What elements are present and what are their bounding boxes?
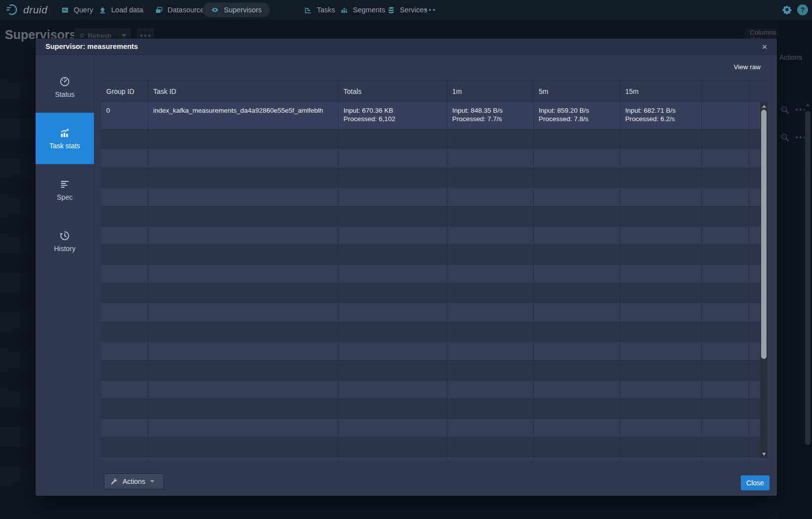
table-row-empty — [101, 149, 768, 168]
console-icon — [61, 6, 69, 14]
wrench-icon — [110, 477, 118, 485]
nav-item-supervisors[interactable]: Supervisors — [203, 2, 270, 17]
cell-empty — [702, 149, 749, 168]
table-row-empty — [101, 322, 768, 342]
cell-empty — [148, 168, 339, 187]
nav-item-datasources[interactable]: Datasources — [155, 0, 208, 20]
cell-empty — [447, 264, 534, 283]
cell-empty — [620, 361, 702, 380]
nav-label: Datasources — [168, 6, 208, 14]
actions-label: Actions — [123, 477, 145, 485]
cell-empty — [702, 245, 749, 264]
cell-empty — [101, 342, 148, 360]
top-nav: druid Query Load data Datasources — [0, 0, 812, 20]
cell-1m: Input: 848.35 B/s Processed: 7.7/s — [447, 102, 534, 129]
cell-empty — [339, 457, 447, 460]
cell-empty — [702, 187, 749, 206]
table-row-empty — [101, 130, 768, 149]
tab-label: Status — [55, 90, 75, 98]
cell-empty — [101, 303, 148, 322]
cell-empty — [447, 419, 534, 437]
cell-empty — [620, 226, 702, 245]
nav-item-tasks[interactable]: Tasks — [304, 0, 335, 20]
cell-empty — [620, 457, 702, 460]
tab-status[interactable]: Status — [36, 61, 94, 113]
close-icon[interactable]: × — [758, 41, 771, 53]
cell-empty — [620, 264, 702, 283]
nav-label: Supervisors — [224, 6, 262, 14]
nav-item-query[interactable]: Query — [61, 0, 93, 20]
cell-empty — [148, 419, 339, 437]
cell-empty — [534, 130, 620, 148]
cell-empty — [702, 207, 749, 225]
logo-text: druid — [23, 4, 47, 16]
tab-history[interactable]: History — [36, 216, 94, 267]
cell-empty — [534, 322, 620, 341]
table-row: 0 index_kafka_measurements_da4a92860e55e… — [101, 102, 768, 130]
cell-empty — [101, 207, 148, 225]
table-scrollbar-thumb[interactable] — [761, 110, 767, 359]
nav-label: Services — [400, 6, 427, 14]
view-raw-link[interactable]: View raw — [733, 63, 761, 71]
cell-empty — [447, 245, 534, 264]
nav-item-load-data[interactable]: Load data — [98, 0, 143, 20]
cell-empty — [534, 187, 620, 206]
cell-empty — [534, 342, 620, 360]
scroll-up-arrow[interactable] — [762, 105, 766, 108]
tab-spec[interactable]: Spec — [36, 164, 94, 216]
druid-logo-icon — [6, 3, 19, 16]
cell-empty — [148, 457, 339, 460]
cell-filler — [702, 102, 749, 129]
column-header-task-id: Task ID — [148, 81, 339, 101]
cell-empty — [447, 284, 534, 303]
help-icon: ? — [801, 6, 805, 14]
cell-empty — [101, 168, 148, 187]
table-scrollbar[interactable] — [760, 102, 768, 458]
close-button[interactable]: Close — [741, 476, 769, 490]
table-empty-rows — [101, 130, 768, 460]
cell-empty — [101, 264, 148, 283]
cell-empty — [702, 264, 749, 283]
table-row-empty — [101, 419, 768, 438]
cell-empty — [447, 149, 534, 168]
cell-empty — [101, 187, 148, 206]
cell-empty — [447, 303, 534, 322]
cell-empty — [447, 399, 534, 418]
table-row-empty — [101, 361, 768, 380]
cell-empty — [702, 322, 749, 341]
gear-icon — [782, 5, 792, 14]
cell-5m: Input: 859.20 B/s Processed: 7.8/s — [534, 102, 620, 129]
tab-label: Spec — [57, 193, 73, 201]
table-row-empty — [101, 207, 768, 226]
cell-empty — [702, 130, 749, 148]
cell-empty — [339, 226, 447, 245]
tab-task-stats[interactable]: Task stats — [36, 113, 94, 164]
nav-more-button[interactable] — [425, 0, 435, 20]
m1-processed: Processed: 7.7/s — [452, 115, 528, 123]
cell-empty — [148, 187, 339, 206]
gauge-icon — [59, 76, 70, 87]
cell-empty — [101, 130, 148, 148]
nav-item-services[interactable]: Services — [387, 0, 427, 20]
cell-empty — [534, 399, 620, 418]
nav-label: Query — [74, 6, 93, 14]
druid-logo[interactable]: druid — [6, 3, 47, 16]
cell-empty — [534, 419, 620, 437]
table-row-empty — [101, 342, 768, 361]
cell-empty — [447, 361, 534, 380]
column-header-15m: 15m — [620, 81, 702, 101]
cell-empty — [148, 207, 339, 225]
cell-empty — [702, 438, 749, 457]
upload-icon — [98, 6, 107, 14]
cell-empty — [101, 226, 148, 245]
nav-item-segments[interactable]: Segments — [340, 0, 385, 20]
scroll-down-arrow[interactable] — [762, 453, 766, 456]
cell-empty — [620, 438, 702, 457]
cell-empty — [101, 380, 148, 399]
help-button[interactable]: ? — [797, 4, 808, 15]
cell-empty — [148, 361, 339, 380]
actions-button[interactable]: Actions — [104, 474, 164, 489]
cell-empty — [702, 342, 749, 360]
cell-empty — [148, 149, 339, 168]
settings-button[interactable] — [782, 5, 792, 16]
